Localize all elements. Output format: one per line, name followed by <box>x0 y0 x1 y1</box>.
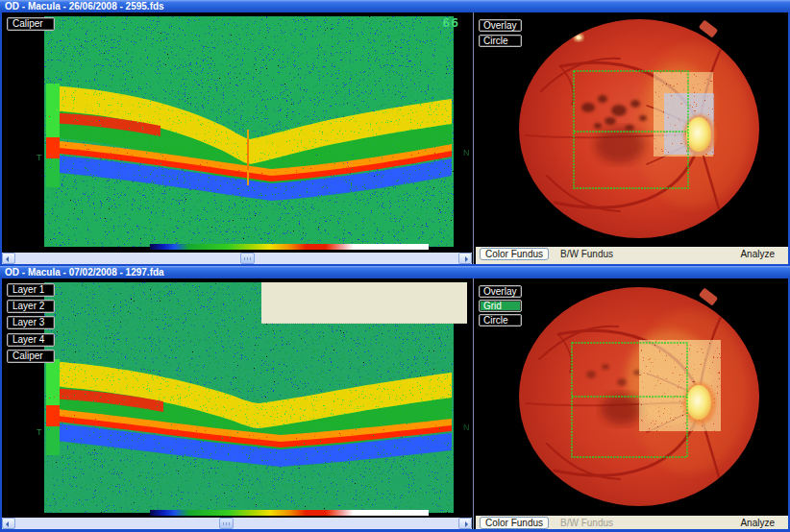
fundus-toolbar: Color Fundus B/W Fundus Analyze <box>476 516 788 529</box>
color-fundus-button[interactable]: Color Fundus <box>480 248 549 260</box>
layer4-button[interactable]: Layer 4 <box>7 333 55 347</box>
bw-fundus-button[interactable]: B/W Fundus <box>560 247 613 261</box>
color-fundus-image <box>476 12 788 247</box>
temporal-marker-label: T <box>37 153 42 162</box>
right-arrow-icon <box>465 256 468 262</box>
fundus-photo-canvas[interactable]: Overlay Circle <box>476 12 788 247</box>
signal-intensity-colorbar <box>150 510 429 516</box>
scroll-right-button[interactable] <box>458 518 472 529</box>
scrollbar-thumb[interactable] <box>240 253 255 264</box>
fundus-toolbar: Color Fundus B/W Fundus Analyze <box>476 247 788 264</box>
overlay-button[interactable]: Overlay <box>479 19 522 32</box>
left-arrow-icon <box>6 256 9 262</box>
scrollbar-thumb[interactable] <box>219 518 234 529</box>
exam-window-bottom: OD - Macula - 07/02/2008 - 1297.fda <box>0 266 790 532</box>
circle-button[interactable]: Circle <box>479 314 522 326</box>
fundus-pane: Overlay Grid Circle Color Fundus B/W Fun… <box>476 278 788 529</box>
scroll-right-button[interactable] <box>458 253 472 264</box>
temporal-marker-label: T <box>37 427 42 437</box>
window-titlebar[interactable]: OD - Macula - 26/06/2008 - 2595.fds <box>0 0 790 12</box>
signal-intensity-colorbar <box>150 244 429 250</box>
oct-horizontal-scrollbar[interactable] <box>2 253 472 264</box>
window-body: T N Layer 1 Layer 2 Layer 3 Layer 4 Cali… <box>2 278 788 529</box>
color-fundus-image <box>476 278 788 516</box>
color-fundus-button[interactable]: Color Fundus <box>480 517 549 529</box>
analyze-button[interactable]: Analyze <box>740 516 775 530</box>
oct-scan-canvas[interactable]: T N Caliper 66 <box>2 12 472 253</box>
nasal-marker-label: N <box>463 148 470 157</box>
layer2-button[interactable]: Layer 2 <box>7 300 55 313</box>
scroll-left-button[interactable] <box>2 253 15 264</box>
oct-pane: T N Caliper 66 <box>2 12 474 264</box>
info-panel-empty <box>261 282 467 324</box>
caliper-button[interactable]: Caliper <box>7 17 55 31</box>
circle-button[interactable]: Circle <box>479 35 522 47</box>
frame-counter: 66 <box>442 15 459 30</box>
right-arrow-icon <box>465 521 468 527</box>
analyze-button[interactable]: Analyze <box>740 247 775 261</box>
exam-window-top: OD - Macula - 26/06/2008 - 2595.fds <box>0 0 790 266</box>
caliper-button[interactable]: Caliper <box>7 350 55 363</box>
nasal-marker-label: N <box>463 423 470 432</box>
left-arrow-icon <box>6 521 9 527</box>
window-titlebar[interactable]: OD - Macula - 07/02/2008 - 1297.fda <box>0 266 790 278</box>
bw-fundus-button: B/W Fundus <box>560 516 613 530</box>
oct-scan-canvas[interactable]: T N Layer 1 Layer 2 Layer 3 Layer 4 Cali… <box>2 278 472 519</box>
oct-pane: T N Layer 1 Layer 2 Layer 3 Layer 4 Cali… <box>2 278 474 529</box>
layer1-button[interactable]: Layer 1 <box>7 283 55 297</box>
fundus-pane: Overlay Circle Color Fundus B/W Fundus A… <box>476 12 788 264</box>
scroll-left-button[interactable] <box>2 518 15 529</box>
application-window: OD - Macula - 26/06/2008 - 2595.fds <box>0 0 790 532</box>
window-body: T N Caliper 66 <box>2 12 788 264</box>
overlay-button[interactable]: Overlay <box>479 285 522 298</box>
fundus-photo-canvas[interactable]: Overlay Grid Circle <box>476 278 788 516</box>
oct-bscan-image <box>2 12 472 253</box>
oct-horizontal-scrollbar[interactable] <box>2 518 472 529</box>
grid-button[interactable]: Grid <box>479 300 522 312</box>
layer3-button[interactable]: Layer 3 <box>7 316 55 329</box>
